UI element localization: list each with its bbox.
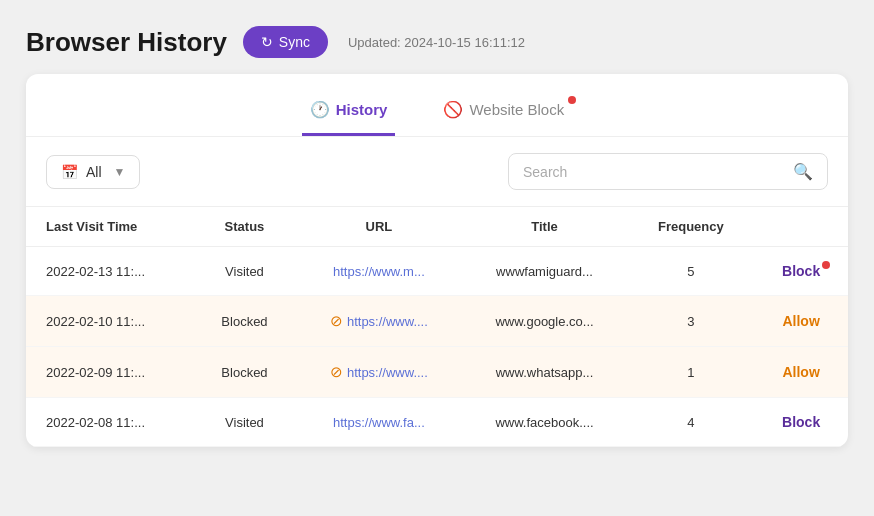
search-icon: 🔍: [793, 162, 813, 181]
cell-url: ⊘https://www....: [296, 347, 461, 398]
url-link[interactable]: https://www.m...: [316, 264, 441, 279]
cell-frequency: 1: [627, 347, 754, 398]
cell-frequency: 4: [627, 398, 754, 447]
block-button[interactable]: Block: [782, 263, 820, 279]
allow-button[interactable]: Allow: [782, 364, 819, 380]
cell-action: Allow: [754, 347, 848, 398]
block-icon: 🚫: [443, 100, 463, 119]
cell-last-visit: 2022-02-10 11:...: [26, 296, 193, 347]
cell-url: ⊘https://www....: [296, 296, 461, 347]
cell-last-visit: 2022-02-08 11:...: [26, 398, 193, 447]
col-action: [754, 207, 848, 247]
cell-last-visit: 2022-02-09 11:...: [26, 347, 193, 398]
blocked-url-icon: ⊘: [330, 312, 343, 330]
cell-frequency: 3: [627, 296, 754, 347]
cell-title: www.whatsapp...: [462, 347, 628, 398]
col-title: Title: [462, 207, 628, 247]
col-last-visit: Last Visit Time: [26, 207, 193, 247]
cell-action: Allow: [754, 296, 848, 347]
allow-button[interactable]: Allow: [782, 313, 819, 329]
sync-label: Sync: [279, 34, 310, 50]
cell-status: Blocked: [193, 296, 296, 347]
cell-last-visit: 2022-02-13 11:...: [26, 247, 193, 296]
tab-history[interactable]: 🕐 History: [302, 90, 396, 136]
search-input[interactable]: [523, 164, 785, 180]
col-status: Status: [193, 207, 296, 247]
cell-action: Block: [754, 398, 848, 447]
history-icon: 🕐: [310, 100, 330, 119]
col-frequency: Frequency: [627, 207, 754, 247]
table-row: 2022-02-09 11:...Blocked⊘https://www....…: [26, 347, 848, 398]
cell-frequency: 5: [627, 247, 754, 296]
tab-website-block[interactable]: 🚫 Website Block: [435, 90, 572, 136]
tabs: 🕐 History 🚫 Website Block: [26, 74, 848, 137]
history-table: Last Visit Time Status URL Title Frequen…: [26, 206, 848, 447]
tab-history-label: History: [336, 101, 388, 118]
table-row: 2022-02-13 11:...Visitedhttps://www.m...…: [26, 247, 848, 296]
tab-badge: [568, 96, 576, 104]
cell-url: https://www.m...: [296, 247, 461, 296]
cell-title: wwwfamiguard...: [462, 247, 628, 296]
chevron-down-icon: ▼: [114, 165, 126, 179]
filter-dropdown[interactable]: 📅 All ▼: [46, 155, 140, 189]
cell-status: Visited: [193, 247, 296, 296]
search-box: 🔍: [508, 153, 828, 190]
calendar-icon: 📅: [61, 164, 78, 180]
url-link[interactable]: https://www....: [347, 365, 428, 380]
block-button[interactable]: Block: [782, 414, 820, 430]
header: Browser History ↻ Sync Updated: 2024-10-…: [26, 26, 848, 58]
tab-website-block-label: Website Block: [469, 101, 564, 118]
cell-url: https://www.fa...: [296, 398, 461, 447]
cell-status: Visited: [193, 398, 296, 447]
filter-label: All: [86, 164, 102, 180]
table-row: 2022-02-10 11:...Blocked⊘https://www....…: [26, 296, 848, 347]
url-link[interactable]: https://www....: [347, 314, 428, 329]
blocked-url-icon: ⊘: [330, 363, 343, 381]
sync-button[interactable]: ↻ Sync: [243, 26, 328, 58]
app-container: Browser History ↻ Sync Updated: 2024-10-…: [10, 10, 864, 516]
cell-title: www.facebook....: [462, 398, 628, 447]
cell-action: Block: [754, 247, 848, 296]
toolbar: 📅 All ▼ 🔍: [26, 137, 848, 206]
updated-text: Updated: 2024-10-15 16:11:12: [348, 35, 525, 50]
cell-status: Blocked: [193, 347, 296, 398]
url-link[interactable]: https://www.fa...: [316, 415, 441, 430]
app-title: Browser History: [26, 27, 227, 58]
cell-title: www.google.co...: [462, 296, 628, 347]
table-row: 2022-02-08 11:...Visitedhttps://www.fa..…: [26, 398, 848, 447]
action-badge: [822, 261, 830, 269]
col-url: URL: [296, 207, 461, 247]
main-card: 🕐 History 🚫 Website Block 📅 All ▼ 🔍: [26, 74, 848, 447]
sync-icon: ↻: [261, 34, 273, 50]
